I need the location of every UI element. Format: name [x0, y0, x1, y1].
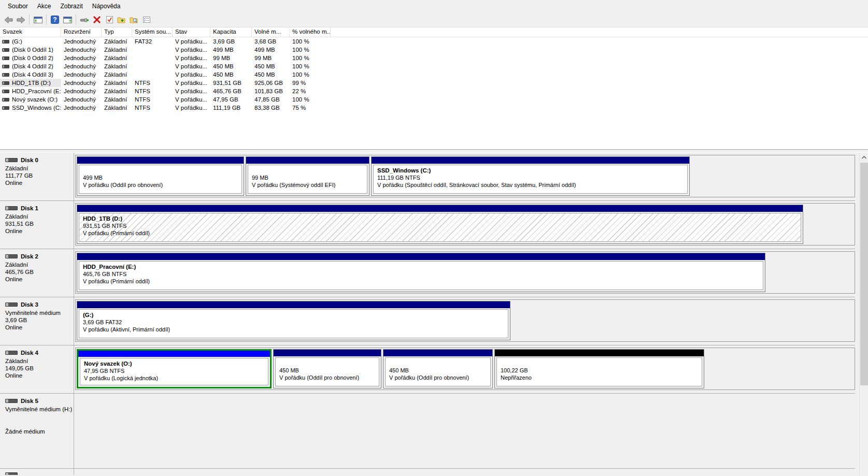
volume-free: 450 MB [252, 70, 290, 79]
column-header-5[interactable]: Kapacita [210, 27, 252, 37]
partition[interactable]: 499 MBV pořádku (Oddíl pro obnovení) [77, 156, 244, 196]
disk-label[interactable]: Disk 3Vyměnitelné médium3,69 GBOnline [0, 297, 74, 345]
disk-graphic-area: Nový svazek (O:)47,95 GB NTFSV pořádku (… [74, 345, 855, 393]
task-check-icon[interactable] [103, 13, 116, 26]
volume-icon [2, 48, 9, 52]
partition-type-bar [274, 350, 381, 356]
folder-up-icon[interactable] [116, 13, 128, 26]
volume-row[interactable]: (Disk 0 Oddíl 1)JednoduchýZákladníV pořá… [0, 46, 868, 54]
toolbar-separator [29, 15, 30, 25]
volume-capacity: 450 MB [210, 62, 252, 70]
volume-layout: Jednoduchý [61, 70, 102, 79]
partition-size: 450 MB [279, 367, 378, 374]
disk-row-1: Disk 1Základní931,51 GBOnlineHDD_1TB (D:… [0, 201, 855, 249]
partition[interactable]: (G:)3,69 GB FAT32V pořádku (Aktivní, Pri… [77, 301, 510, 340]
volume-row[interactable]: HDD_1TB (D:)JednoduchýZákladníNTFSV pořá… [0, 79, 868, 87]
disk-icon [5, 472, 18, 475]
console-tree-icon[interactable] [32, 13, 44, 26]
disk-management-window: SouborAkceZobrazitNápověda ? [0, 0, 868, 476]
volume-status: V pořádku... [173, 46, 210, 54]
properties-tool-icon[interactable] [78, 13, 91, 26]
pane-splitter[interactable] [0, 149, 868, 153]
volume-row[interactable]: SSD_Windows (C:)JednoduchýZákladníNTFSV … [0, 104, 868, 112]
disk-box: HDD_1TB (D:)931,51 GB NTFSV pořádku (Pri… [75, 203, 855, 246]
checklist-icon[interactable] [140, 13, 153, 26]
volume-pct: 100 % [290, 37, 331, 46]
disk-label[interactable]: Disk 2Základní465,76 GBOnline [0, 249, 74, 297]
volume-row[interactable]: Nový svazek (O:)JednoduchýZákladníNTFSV … [0, 95, 868, 104]
disk-label[interactable]: Disk 0Základní111,77 GBOnline [0, 153, 74, 200]
volume-row[interactable]: (Disk 4 Oddíl 3)JednoduchýZákladníV pořá… [0, 70, 868, 79]
partition[interactable]: HDD_Pracovní (E:)465,76 GB NTFSV pořádku… [77, 253, 765, 292]
volume-row[interactable]: (Disk 4 Oddíl 2)JednoduchýZákladníV pořá… [0, 62, 868, 70]
volume-name: SSD_Windows (C:) [0, 104, 61, 112]
partition[interactable]: Nový svazek (O:)47,95 GB NTFSV pořádku (… [77, 349, 272, 388]
menu-item-0[interactable]: Soubor [3, 0, 33, 12]
disk-kind: Základní [5, 213, 74, 220]
volume-fs: NTFS [132, 87, 173, 95]
volume-row[interactable]: (G:)JednoduchýZákladníFAT32V pořádku...3… [0, 37, 868, 46]
volume-list-header: SvazekRozvrženíTypSystém sou...StavKapac… [0, 27, 868, 37]
volume-status: V pořádku... [173, 87, 210, 95]
partition[interactable]: 450 MBV pořádku (Oddíl pro obnovení) [273, 349, 381, 388]
disk-kind: Vyměnitelné médium (H:) [5, 406, 74, 413]
disk-name: Disk 5 [21, 397, 38, 405]
folder-search-icon[interactable] [128, 13, 140, 26]
action-pane-icon[interactable] [61, 13, 74, 26]
volume-pct: 100 % [290, 46, 331, 54]
column-header-1[interactable]: Rozvržení [61, 27, 102, 37]
disk-label[interactable]: Disk 5Vyměnitelné médium (H:)Žádné médiu… [0, 394, 74, 468]
partition[interactable]: 99 MBV pořádku (Systémový oddíl EFI) [246, 156, 369, 196]
scroll-up-icon[interactable] [860, 153, 868, 162]
disk-kind: Vyměnitelné médium [5, 309, 74, 316]
column-header-4[interactable]: Stav [173, 27, 210, 37]
partition[interactable]: SSD_Windows (C:)111,19 GB NTFSV pořádku … [371, 156, 690, 196]
disk-name: Disk 3 [21, 301, 38, 308]
partition-size: 3,69 GB FAT32 [83, 319, 507, 326]
volume-status: V pořádku... [173, 104, 210, 112]
disk-size: 931,51 GB [5, 220, 74, 227]
partition[interactable]: 450 MBV pořádku (Oddíl pro obnovení) [383, 349, 493, 388]
menu-item-2[interactable]: Zobrazit [55, 0, 87, 12]
partition-body: HDD_Pracovní (E:)465,76 GB NTFSV pořádku… [79, 261, 763, 290]
partition-status: V pořádku (Systémový oddíl EFI) [252, 181, 366, 189]
volume-fs [132, 70, 173, 79]
column-header-6[interactable]: Volné m... [252, 27, 290, 37]
partition-body: 100,22 GBNepřiřazeno [496, 357, 702, 386]
volume-name: Nový svazek (O:) [0, 95, 61, 104]
menu-item-1[interactable]: Akce [33, 0, 56, 12]
disk-label[interactable]: Disk 4Základní149,05 GBOnline [0, 345, 74, 393]
partition[interactable]: 100,22 GBNepřiřazeno [494, 349, 704, 388]
volume-row[interactable]: HDD_Pracovní (E:)JednoduchýZákladníNTFSV… [0, 87, 868, 95]
volume-capacity: 111,19 GB [210, 104, 252, 112]
back-icon[interactable] [2, 13, 15, 26]
forward-icon[interactable] [15, 13, 27, 26]
partition-size: 100,22 GB [501, 367, 701, 374]
column-header-7[interactable]: % volného m... [290, 27, 331, 37]
disk-graphic-area: HDD_Pracovní (E:)465,76 GB NTFSV pořádku… [74, 249, 855, 297]
volume-row[interactable]: (Disk 0 Oddíl 2)JednoduchýZákladníV pořá… [0, 54, 868, 62]
disk-kind: Základní [5, 357, 74, 365]
disk-box: (G:)3,69 GB FAT32V pořádku (Aktivní, Pri… [75, 299, 855, 342]
help-icon[interactable]: ? [49, 13, 61, 26]
column-header-2[interactable]: Typ [102, 27, 132, 37]
menu-item-3[interactable]: Nápověda [88, 0, 125, 12]
disk-size: 3,69 GB [5, 316, 74, 324]
volume-list-body: (G:)JednoduchýZákladníFAT32V pořádku...3… [0, 37, 868, 112]
toolbar-separator [46, 15, 47, 25]
volume-layout: Jednoduchý [61, 46, 102, 54]
volume-layout: Jednoduchý [61, 104, 102, 112]
column-header-0[interactable]: Svazek [0, 27, 61, 37]
vertical-scrollbar[interactable] [859, 153, 868, 476]
volume-status: V pořádku... [173, 37, 210, 46]
partition-status: V pořádku (Spouštěcí oddíl, Stránkovací … [377, 181, 686, 189]
delete-icon[interactable] [91, 13, 103, 26]
disk-kind: Základní [5, 165, 74, 172]
disk-label[interactable]: Disk 1Základní931,51 GBOnline [0, 201, 74, 249]
partition[interactable]: HDD_1TB (D:)931,51 GB NTFSV pořádku (Pri… [77, 205, 803, 244]
menu-bar: SouborAkceZobrazitNápověda [0, 0, 868, 12]
disk-status: Online [5, 276, 74, 283]
toolbar-separator [76, 15, 76, 25]
column-header-3[interactable]: Systém sou... [132, 27, 173, 37]
scrollbar-thumb[interactable] [860, 163, 868, 385]
